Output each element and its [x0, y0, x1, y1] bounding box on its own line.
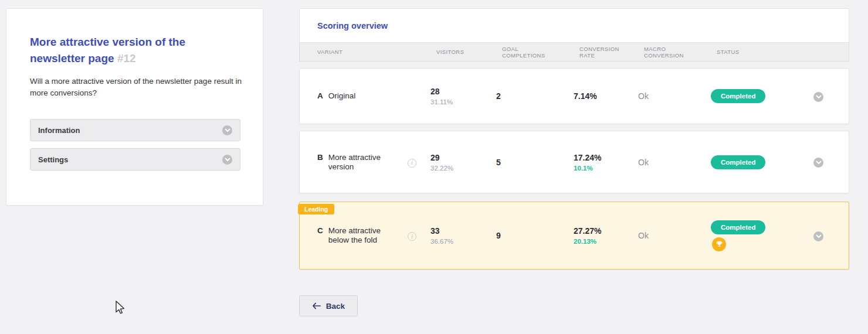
leading-badge: Leading: [298, 204, 334, 214]
trophy-winner-icon: [712, 237, 726, 251]
column-header-variant: VARIANT: [317, 49, 405, 55]
back-button-label: Back: [326, 302, 345, 311]
row-expand-cell: [813, 156, 849, 168]
visitors-cell: 28 31.11%: [430, 87, 496, 105]
conversion-rate-cell: 7.14%: [574, 91, 638, 101]
variant-row-b[interactable]: B More attractive version i 29 32.22% 5 …: [299, 131, 849, 193]
variant-label: A Original: [317, 91, 405, 101]
conversion-rate-cell: 17.24% 10.1%: [574, 153, 638, 172]
status-cell: Completed: [711, 155, 805, 169]
accordion-information-label: Information: [38, 126, 80, 135]
visitors-percent: 32.22%: [430, 165, 496, 172]
experiment-description: Will a more attractive version of the ne…: [30, 76, 245, 99]
variant-label: C More attractive below the fold: [317, 226, 405, 245]
status-cell: Completed: [711, 220, 805, 251]
status-badge: Completed: [711, 220, 765, 234]
experiment-title: More attractive version of the newslette…: [30, 34, 226, 67]
macro-conversion-value: Ok: [638, 91, 711, 101]
column-header-macro-conversion: MACRO CONVERSION: [638, 46, 711, 59]
visitors-percent: 36.67%: [430, 238, 496, 245]
accordion-information[interactable]: Information: [30, 119, 240, 141]
accordion-settings-label: Settings: [38, 155, 68, 164]
scoring-panel: Scoring overview VARIANT VISITORS GOAL C…: [299, 8, 849, 316]
variant-name: Original: [328, 91, 356, 101]
conversion-rate-value: 17.24%: [574, 153, 638, 162]
variant-letter: B: [317, 153, 323, 172]
table-header-row: VARIANT VISITORS GOAL COMPLETIONS CONVER…: [299, 43, 849, 62]
goal-completions-value: 9: [496, 231, 574, 240]
arrow-left-icon: [312, 302, 321, 309]
mouse-cursor-icon: [115, 301, 126, 318]
chevron-down-icon[interactable]: [813, 158, 823, 168]
conversion-rate-value: 7.14%: [574, 91, 638, 101]
experiment-title-text: More attractive version of the newslette…: [30, 36, 185, 64]
variant-letter: C: [317, 226, 323, 245]
variant-row-c-leading[interactable]: Leading C More attractive below the fold…: [299, 202, 849, 270]
status-badge: Completed: [711, 155, 765, 169]
variant-name: More attractive below the fold: [328, 226, 401, 245]
visitors-percent: 31.11%: [430, 98, 496, 105]
row-expand-cell: [813, 91, 849, 102]
back-button[interactable]: Back: [299, 295, 358, 316]
accordion-settings[interactable]: Settings: [30, 148, 240, 171]
scoring-title: Scoring overview: [317, 21, 388, 30]
column-header-conversion-rate: CONVERSION RATE: [574, 46, 638, 59]
info-icon[interactable]: i: [408, 159, 416, 168]
variant-label: B More attractive version: [317, 153, 405, 172]
variant-letter: A: [317, 91, 323, 101]
column-header-goal-completions: GOAL COMPLETIONS: [496, 46, 574, 59]
goal-completions-value: 2: [496, 91, 574, 101]
visitors-value: 28: [430, 87, 496, 96]
goal-completions-value: 5: [496, 158, 574, 167]
chevron-down-icon[interactable]: [813, 231, 823, 241]
chevron-down-icon[interactable]: [222, 155, 232, 165]
variant-name: More attractive version: [328, 153, 401, 172]
improvement-percent: 20.13%: [574, 238, 638, 245]
conversion-rate-value: 27.27%: [574, 226, 638, 236]
visitors-cell: 33 36.67%: [430, 226, 496, 245]
macro-conversion-value: Ok: [638, 158, 711, 167]
experiment-id: #12: [117, 52, 136, 64]
column-header-visitors: VISITORS: [430, 49, 496, 55]
macro-conversion-value: Ok: [638, 231, 711, 240]
visitors-cell: 29 32.22%: [430, 153, 496, 172]
variant-row-a[interactable]: A Original 28 31.11% 2 7.14% Ok Complete…: [299, 68, 849, 124]
row-expand-cell: [813, 230, 849, 241]
column-header-status: STATUS: [711, 49, 805, 55]
visitors-value: 29: [430, 153, 496, 162]
status-badge: Completed: [711, 89, 765, 103]
conversion-rate-cell: 27.27% 20.13%: [574, 226, 638, 245]
status-cell: Completed: [711, 89, 805, 103]
improvement-percent: 10.1%: [574, 165, 638, 172]
visitors-value: 33: [430, 226, 496, 236]
info-icon[interactable]: i: [408, 232, 416, 241]
page: { "left_panel": { "title": "More attract…: [0, 0, 868, 334]
chevron-down-icon[interactable]: [222, 125, 232, 135]
chevron-down-icon[interactable]: [813, 92, 823, 102]
experiment-panel: More attractive version of the newslette…: [6, 8, 263, 206]
scoring-header: Scoring overview: [299, 8, 849, 43]
